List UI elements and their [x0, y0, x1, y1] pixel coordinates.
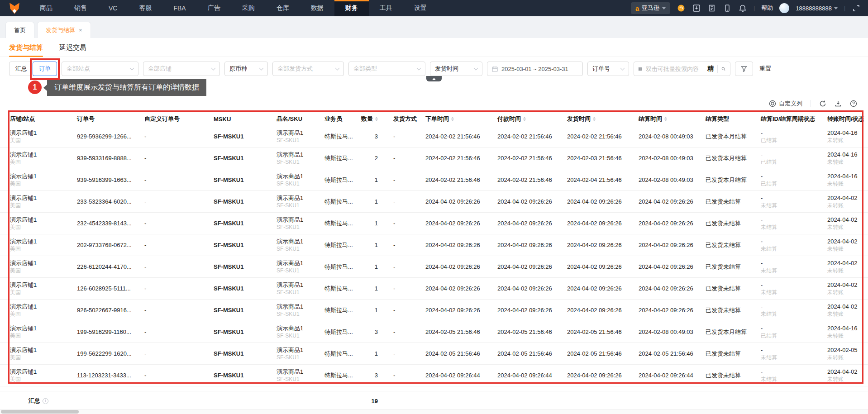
cell-ship-method: -: [386, 278, 418, 299]
cell-order-no: 939-5916399-1663...: [70, 169, 137, 190]
nav-item-2[interactable]: VC: [98, 0, 128, 16]
cell-custom-order-no: -: [137, 256, 206, 277]
chevron-down-icon: [130, 66, 134, 70]
store-select[interactable]: 全部店铺: [143, 62, 220, 76]
ship-method-select[interactable]: 全部发货方式: [272, 62, 344, 76]
subtab-shipment-settlement[interactable]: 发货与结算: [9, 43, 43, 57]
collapse-filter-handle[interactable]: [426, 76, 442, 81]
cell-msku: SF-MSKU1: [206, 256, 269, 277]
nav-item-8[interactable]: 数据: [300, 0, 334, 16]
calendar-icon: [492, 66, 498, 72]
advanced-filter-button[interactable]: [735, 62, 753, 76]
marketplace-switcher[interactable]: a 亚马逊: [631, 2, 670, 14]
search-icon[interactable]: [721, 66, 725, 72]
column-header: 业务员: [317, 112, 359, 126]
tab-shipment-settlement[interactable]: 发货与结算 ×: [37, 22, 91, 38]
sort-icon: [664, 117, 667, 121]
cell-order-no: 232-4542339-8143...: [70, 213, 137, 234]
cell-pay-time: 2024-04-02 09:26:26: [490, 256, 560, 277]
fullscreen-icon[interactable]: [852, 4, 861, 13]
scrollbar-thumb[interactable]: [1, 410, 79, 414]
cell-ship-method: -: [386, 234, 418, 256]
type-select[interactable]: 全部类型: [348, 62, 425, 76]
time-field-select[interactable]: 发货时间: [430, 62, 482, 76]
table-row[interactable]: 演示店铺1美国 126-6028925-5111... - SF-MSKU1 演…: [0, 278, 868, 300]
nav-item-6[interactable]: 采购: [231, 0, 266, 16]
table-row[interactable]: 演示店铺1美国 199-5622299-1620... - SF-MSKU1 演…: [0, 343, 868, 365]
nav-item-1[interactable]: 销售: [63, 0, 98, 16]
app-logo-fox-icon[interactable]: [0, 0, 29, 16]
service-icon[interactable]: [677, 4, 686, 13]
account-menu[interactable]: 18888888888: [796, 5, 838, 12]
info-icon[interactable]: i: [43, 398, 48, 404]
customize-columns-button[interactable]: 自定义列: [769, 100, 802, 108]
column-header[interactable]: 付款时间: [490, 112, 560, 126]
marketplace-label: 亚马逊: [642, 4, 659, 12]
nav-item-10[interactable]: 工具: [369, 0, 403, 16]
feedback-icon[interactable]: [707, 4, 716, 13]
table-row[interactable]: 演示店铺1美国 926-5022667-9916... - SF-MSKU1 演…: [0, 300, 868, 321]
table-row[interactable]: 演示店铺1美国 202-9733768-0672... - SF-MSKU1 演…: [0, 234, 868, 256]
currency-select[interactable]: 原币种: [224, 62, 268, 76]
nav-item-0[interactable]: 商品: [29, 0, 63, 16]
cell-pay-time: 2024-04-02 09:26:44: [490, 365, 560, 386]
cell-settle-id-status: -未结算: [754, 256, 820, 277]
nav-item-4[interactable]: FBA: [162, 0, 196, 16]
column-header[interactable]: 数量: [359, 112, 386, 126]
cell-custom-order-no: -: [137, 213, 206, 234]
sub-tab-bar: 发货与结算 延迟交易: [0, 38, 868, 57]
avatar[interactable]: [779, 3, 789, 13]
export-button[interactable]: [835, 100, 842, 107]
refresh-button[interactable]: [819, 100, 826, 107]
cell-agent: 特斯拉马...: [317, 169, 359, 190]
nav-item-3[interactable]: 客服: [128, 0, 162, 16]
view-toggle-order[interactable]: 订单: [33, 62, 57, 76]
cell-ship-time: 2024-04-02 09:26:26: [560, 234, 631, 256]
table-row[interactable]: 演示店铺1美国 226-6120244-4170... - SF-MSKU1 演…: [0, 256, 868, 278]
nav-menu: 商品销售VC客服FBA广告采购仓库数据财务工具设置: [29, 0, 438, 16]
cell-transfer-time-status: 2024-04-16未转账: [820, 148, 868, 169]
column-header[interactable]: 下单时间: [418, 112, 490, 126]
column-header[interactable]: 发货时间: [560, 112, 631, 126]
nav-item-11[interactable]: 设置: [403, 0, 438, 16]
table-row[interactable]: 演示店铺1美国 939-5933169-8888... - SF-MSKU1 演…: [0, 148, 868, 169]
reset-button[interactable]: 重置: [758, 65, 773, 73]
search-field-select[interactable]: 订单号: [587, 62, 629, 76]
table-row[interactable]: 演示店铺1美国 232-4542339-8143... - SF-MSKU1 演…: [0, 213, 868, 234]
chevron-down-icon: [335, 66, 340, 70]
bell-icon[interactable]: [738, 4, 747, 13]
table-row[interactable]: 演示店铺1美国 233-5323364-6020... - SF-MSKU1 演…: [0, 191, 868, 213]
search-input[interactable]: [646, 66, 704, 72]
tab-home[interactable]: 首页: [5, 22, 34, 38]
site-select[interactable]: 全部站点: [62, 62, 138, 76]
chevron-down-icon: [474, 66, 478, 70]
chevron-down-icon: [620, 66, 625, 70]
nav-item-5[interactable]: 广告: [197, 0, 231, 16]
table-row[interactable]: 演示店铺1美国 939-5916399-1663... - SF-MSKU1 演…: [0, 169, 868, 191]
summary-qty-total: 19: [359, 397, 386, 405]
table-row[interactable]: 演示店铺1美国 113-1203231-3433... - SF-MSKU1 演…: [0, 365, 868, 386]
table-row[interactable]: 演示店铺1美国 199-5916299-1160... - SF-MSKU1 演…: [0, 321, 868, 343]
cell-settle-time: 2024-04-02 09:26:44: [631, 365, 698, 386]
exact-match-toggle[interactable]: 精: [707, 65, 714, 73]
cell-settle-time: 2024-02-05 21:56:46: [631, 343, 698, 364]
help-button[interactable]: [850, 100, 857, 107]
cell-custom-order-no: -: [137, 191, 206, 212]
batch-search-icon[interactable]: [639, 66, 642, 72]
date-range-picker[interactable]: 2025-03-01 ~ 2025-03-31: [487, 62, 583, 76]
subtab-delayed-transactions[interactable]: 延迟交易: [59, 43, 86, 57]
help-link[interactable]: 帮助: [761, 4, 773, 12]
table-row[interactable]: 演示店铺1美国 929-5936299-1266... - SF-MSKU1 演…: [0, 126, 868, 148]
cell-agent: 特斯拉马...: [317, 343, 359, 364]
column-header: 订单号: [70, 112, 137, 126]
view-toggle-summary[interactable]: 汇总: [10, 62, 33, 76]
cell-custom-order-no: -: [137, 321, 206, 343]
horizontal-scrollbar[interactable]: [0, 409, 868, 414]
cell-order-time: 2024-04-02 09:26:26: [418, 234, 490, 256]
mobile-icon[interactable]: [723, 4, 732, 13]
nav-item-9[interactable]: 财务: [334, 0, 369, 16]
nav-item-7[interactable]: 仓库: [266, 0, 300, 16]
close-icon[interactable]: ×: [79, 27, 82, 33]
download-icon[interactable]: [692, 4, 701, 13]
column-header[interactable]: 结算时间: [631, 112, 698, 126]
